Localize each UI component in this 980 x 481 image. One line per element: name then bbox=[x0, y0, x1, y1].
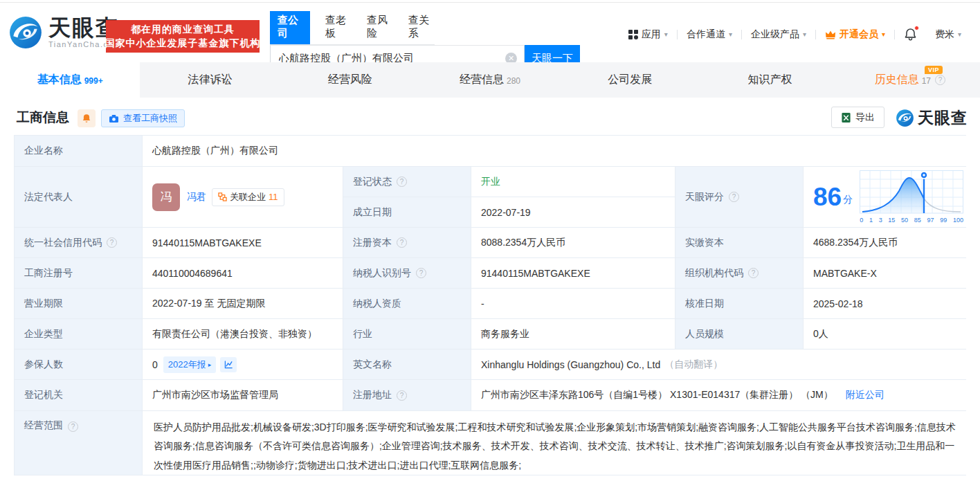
field-label-business-scope: 经营范围 ? bbox=[15, 411, 142, 475]
tab-history-info[interactable]: VIP 历史信息 17 ? bbox=[840, 62, 980, 98]
help-icon[interactable]: ? bbox=[397, 176, 407, 187]
score-axis-labels: 013 155085 9799100 bbox=[860, 217, 963, 224]
company-detail-tabs: 基本信息 999+ 法律诉讼 经营风险 经营信息 280 公司发展 知识产权 V… bbox=[0, 62, 980, 98]
search-tab-boss[interactable]: 查老板 bbox=[324, 11, 352, 44]
legal-rep-link[interactable]: 冯君 bbox=[187, 191, 206, 203]
tab-history-count: 17 bbox=[922, 76, 931, 86]
field-value-staff-size: 0人 bbox=[804, 319, 969, 349]
help-icon[interactable]: ? bbox=[748, 268, 759, 278]
annual-report-link[interactable]: 2022年报 ▸ bbox=[163, 356, 216, 373]
tab-basic-info[interactable]: 基本信息 999+ bbox=[0, 62, 140, 98]
nav-open-vip[interactable]: 开通会员 ▾ bbox=[816, 28, 894, 41]
tab-legal[interactable]: 法律诉讼 bbox=[140, 62, 280, 98]
tianyancha-logo-icon bbox=[8, 15, 43, 50]
top-navigation: 应用 ▾ 合作通道 ▾ 企业级产品 ▾ 开通会员 ▾ bbox=[619, 28, 970, 41]
field-value-approval-date: 2025-02-18 bbox=[804, 289, 969, 318]
field-label-english-name: 英文名称 bbox=[343, 350, 471, 379]
field-label-reg-authority: 登记机关 bbox=[15, 380, 142, 410]
field-label-industry: 行业 bbox=[343, 319, 471, 349]
tianyancha-company-page: 天眼查 TianYanCha.com 都在用的商业查询工具 国家中小企业发展子基… bbox=[0, 0, 980, 481]
vip-badge: VIP bbox=[925, 66, 943, 74]
slogan-line2: 国家中小企业发展子基金旗下机构 bbox=[105, 37, 261, 50]
field-value-credit-code: 91440115MABTGAKEXE bbox=[143, 228, 343, 257]
tianyancha-logo-icon bbox=[896, 109, 914, 127]
tab-intellectual-property[interactable]: 知识产权 bbox=[700, 62, 840, 98]
slogan-line1: 都在用的商业查询工具 bbox=[131, 24, 235, 36]
notification-dot bbox=[914, 26, 919, 30]
nav-channel[interactable]: 合作通道 ▾ bbox=[678, 28, 741, 41]
site-header: 天眼查 TianYanCha.com 都在用的商业查询工具 国家中小企业发展子基… bbox=[0, 3, 980, 62]
field-value-taxpayer-quality: - bbox=[471, 289, 675, 318]
bell-icon bbox=[82, 114, 91, 123]
nearby-companies-link[interactable]: 附近公司 bbox=[846, 389, 884, 401]
business-info-header: 工商信息 查看工商快照 导出 bbox=[0, 105, 980, 131]
nav-notifications[interactable] bbox=[895, 28, 926, 41]
field-label-company-name: 企业名称 bbox=[15, 136, 142, 166]
org-chart-icon bbox=[218, 192, 227, 201]
score-curve bbox=[860, 170, 963, 216]
field-value-business-scope: 医护人员防护用品批发;机械设备研发;3D打印服务;医学研究和试验发展;工程和技术… bbox=[143, 411, 969, 475]
field-value-paid-capital: 4688.2354万人民币 bbox=[804, 228, 969, 257]
field-value-business-term: 2022-07-19 至 无固定期限 bbox=[143, 289, 343, 318]
grid-apps-icon bbox=[628, 30, 638, 39]
field-value-legal-rep: 冯 冯君 关联企业 11 bbox=[143, 167, 343, 227]
brand-slogan-banner: 都在用的商业查询工具 国家中小企业发展子基金旗下机构 bbox=[106, 20, 260, 53]
field-value-reg-capital: 8088.2354万人民币 bbox=[471, 228, 675, 257]
section-title: 工商信息 bbox=[17, 109, 69, 127]
legal-rep-avatar[interactable]: 冯 bbox=[152, 183, 180, 211]
nav-enterprise-products[interactable]: 企业级产品 ▾ bbox=[742, 28, 815, 41]
field-value-reg-authority: 广州市南沙区市场监督管理局 bbox=[143, 380, 343, 410]
field-value-company-type: 有限责任公司（港澳台投资、非独资） bbox=[143, 319, 343, 349]
nav-apps[interactable]: 应用 ▾ bbox=[619, 28, 677, 41]
chevron-down-icon: ▾ bbox=[882, 30, 885, 38]
site-logo[interactable]: 天眼查 TianYanCha.com bbox=[8, 15, 121, 50]
tab-company-development[interactable]: 公司发展 bbox=[560, 62, 700, 98]
field-label-company-type: 企业类型 bbox=[15, 319, 142, 349]
tab-operating-risk[interactable]: 经营风险 bbox=[280, 62, 420, 98]
help-icon[interactable]: ? bbox=[107, 237, 117, 248]
tianyancha-watermark: 天眼查 bbox=[896, 107, 968, 129]
field-label-paid-capital: 实缴资本 bbox=[675, 228, 803, 257]
field-value-reg-status: 开业 bbox=[471, 167, 675, 197]
field-label-staff-size: 人员规模 bbox=[675, 319, 803, 349]
help-icon[interactable]: ? bbox=[68, 421, 78, 432]
field-label-taxpayer-quality: 纳税人资质 bbox=[343, 289, 471, 318]
field-value-industry: 商务服务业 bbox=[471, 319, 675, 349]
search-tab-risk[interactable]: 查风险 bbox=[365, 11, 393, 44]
field-label-credit-code: 统一社会信用代码 ? bbox=[15, 228, 142, 257]
help-icon[interactable]: ? bbox=[935, 75, 945, 85]
search-tabs: 查公司 查老板 查风险 查关系 bbox=[270, 11, 435, 45]
view-snapshot-button[interactable]: 查看工商快照 bbox=[101, 109, 185, 127]
score-distribution-chart: 013 155085 9799100 bbox=[860, 170, 963, 224]
tab-basic-count: 999+ bbox=[84, 76, 103, 86]
chevron-down-icon: ▾ bbox=[803, 30, 806, 38]
watermark-text: 天眼查 bbox=[918, 107, 968, 129]
field-label-org-code: 组织机构代码 ? bbox=[675, 258, 803, 288]
help-icon[interactable]: ? bbox=[729, 192, 739, 202]
field-value-reg-address: 广州市南沙区丰泽东路106号（自编1号楼） X1301-E014317（集群注册… bbox=[471, 380, 969, 410]
insured-trend-chart-button[interactable] bbox=[220, 357, 237, 372]
field-label-reg-address: 注册地址 ? bbox=[343, 380, 471, 410]
excel-icon bbox=[841, 112, 851, 123]
help-icon[interactable]: ? bbox=[397, 390, 407, 401]
help-icon[interactable]: ? bbox=[416, 268, 426, 278]
chevron-down-icon: ▾ bbox=[664, 30, 668, 38]
camera-icon bbox=[109, 114, 119, 123]
search-tab-company[interactable]: 查公司 bbox=[270, 11, 310, 44]
subscribe-bell-button[interactable] bbox=[78, 109, 96, 127]
help-icon[interactable]: ? bbox=[397, 237, 407, 248]
line-chart-icon bbox=[224, 360, 233, 369]
tab-operating-info[interactable]: 经营信息 280 bbox=[420, 62, 560, 98]
related-companies-badge[interactable]: 关联企业 11 bbox=[212, 188, 284, 206]
search-tab-relation[interactable]: 查关系 bbox=[407, 11, 435, 44]
related-companies-count: 11 bbox=[269, 192, 278, 202]
field-value-org-code: MABTGAKE-X bbox=[804, 258, 969, 288]
nav-user-menu[interactable]: 费米 ▾ bbox=[926, 28, 970, 41]
export-button[interactable]: 导出 bbox=[831, 107, 884, 128]
field-label-insured: 参保人数 bbox=[15, 350, 142, 379]
field-value-taxpayer-id: 91440115MABTGAKEXE bbox=[471, 258, 675, 288]
field-label-business-term: 营业期限 bbox=[15, 289, 142, 318]
field-value-english-name: Xinhanglu Holdings (Guangzhou) Co., Ltd … bbox=[471, 350, 969, 379]
auto-translate-note: （自动翻译） bbox=[664, 359, 723, 371]
field-label-tyc-score: 天眼评分 ? bbox=[675, 167, 803, 227]
